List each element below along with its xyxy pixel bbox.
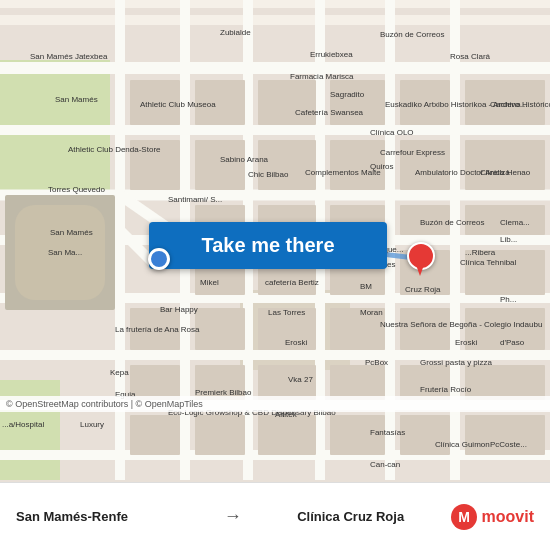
map-label-farmacia: Farmacia Marisca <box>290 72 354 82</box>
map-label-bm: BM <box>360 282 372 292</box>
map-container: ZubialdeErrukiebxeaBuzón de CorreosRosa … <box>0 0 550 480</box>
map-label-ribera: ...Ribera <box>465 248 495 258</box>
map-label-clinica-olo: Clínica OLO <box>370 128 414 138</box>
map-label-clinica-henao: Clínica Henao <box>480 168 530 178</box>
map-label-clem: Clema... <box>500 218 530 228</box>
svg-rect-53 <box>330 365 385 400</box>
map-label-torres-quevedo: Torres Quevedo <box>48 185 105 195</box>
svg-rect-55 <box>465 365 545 400</box>
map-label-clinica-tehnibal: Clínica Tehnibal <box>460 258 516 268</box>
map-label-buzon-correos-top: Buzón de Correos <box>380 30 444 40</box>
map-label-nhospital: ...a/Hospital <box>2 420 44 430</box>
map-label-fruteria-rocio: Frutería Rocío <box>420 385 471 395</box>
map-label-san-mames2: San Mamés <box>50 228 93 238</box>
map-label-ph: Ph... <box>500 295 516 305</box>
map-label-luxury: Luxury <box>80 420 104 430</box>
map-label-athletic-denda: Athletic Club Denda-Store <box>68 145 161 155</box>
svg-rect-33 <box>465 140 545 190</box>
route-arrow: → <box>224 506 242 527</box>
map-label-clinica-guimon: Clínica Guimon <box>435 440 490 450</box>
map-label-sagradito: Sagradito <box>330 90 364 100</box>
svg-rect-24 <box>258 80 316 125</box>
map-label-carrefour: Carrefour Express <box>380 148 445 158</box>
map-label-sabino-arana: Sabino Arana <box>220 155 268 165</box>
map-label-cafeteria-bertiz: cafetería Bertiz <box>265 278 319 288</box>
map-label-pcbox: PcBox <box>365 358 388 368</box>
map-label-errukiebxea: Errukiebxea <box>310 50 353 60</box>
route-from: San Mamés-Renfe <box>16 509 214 524</box>
map-label-can-can: Can-can <box>370 460 400 470</box>
moovit-logo: M moovit <box>450 503 534 531</box>
destination-marker <box>405 242 433 278</box>
map-label-san-ma: San Ma... <box>48 248 82 258</box>
svg-rect-2 <box>0 380 60 480</box>
map-label-chic-bilbao: Chic Bilbao <box>248 170 288 180</box>
svg-rect-25 <box>330 80 385 125</box>
map-label-san-mames: San Mamés <box>55 95 98 105</box>
map-label-quiros: Quiros <box>370 162 394 172</box>
svg-rect-29 <box>195 140 245 190</box>
map-attribution: © OpenStreetMap contributors | © OpenMap… <box>0 396 550 412</box>
svg-rect-45 <box>195 308 245 350</box>
map-label-cruz-roja: Cruz Roja <box>405 285 441 295</box>
svg-rect-58 <box>258 415 316 455</box>
map-label-mikel: Mikel <box>200 278 219 288</box>
map-label-lib: Lib... <box>500 235 517 245</box>
bottom-bar: San Mamés-Renfe → Clínica Cruz Roja M mo… <box>0 482 550 550</box>
svg-rect-30 <box>258 140 316 190</box>
map-label-ns-begona: Nuestra Señora de Begoña - Colegio Indau… <box>380 320 542 330</box>
map-label-cardenali: Cardena... <box>490 100 527 110</box>
svg-rect-56 <box>130 415 180 455</box>
map-label-pccoste: PcCoste... <box>490 440 527 450</box>
svg-text:M: M <box>458 509 470 525</box>
map-label-santimami: Santimami/ S... <box>168 195 222 205</box>
map-label-rosa-clara: Rosa Clará <box>450 52 490 62</box>
map-label-athletic-museoa: Athletic Club Museoa <box>140 100 216 110</box>
map-label-vka27: Vka 27 <box>288 375 313 385</box>
moovit-icon: M <box>450 503 478 531</box>
map-label-las-torres: Las Torres <box>268 308 305 318</box>
map-label-zubialde: Zubialde <box>220 28 251 38</box>
origin-marker <box>148 248 170 270</box>
take-me-there-button[interactable]: Take me there <box>149 222 387 269</box>
svg-rect-57 <box>195 415 245 455</box>
map-label-moran: Moran <box>360 308 383 318</box>
map-label-bar-happy: Bar Happy <box>160 305 198 315</box>
map-label-fruteria-ana: La frutería de Ana Rosa <box>115 325 200 335</box>
map-label-cafeteria-swansea: Cafetería Swansea <box>295 108 363 118</box>
map-label-san-mames-jatexbea: San Mamés Jatexbea <box>30 52 107 62</box>
map-label-eroski2: Eroski <box>455 338 477 348</box>
route-to: Clínica Cruz Roja <box>252 509 450 524</box>
svg-rect-54 <box>400 365 450 400</box>
svg-rect-50 <box>130 365 180 400</box>
map-label-buzon-correos2: Buzón de Correos <box>420 218 484 228</box>
map-label-kepa: Kepa <box>110 368 129 378</box>
map-label-fantasias: Fantasías <box>370 428 405 438</box>
map-label-grossi: Grossi pasta y pizza <box>420 358 492 368</box>
moovit-text: moovit <box>482 508 534 526</box>
svg-rect-4 <box>0 0 550 8</box>
map-label-eroski: Eroski <box>285 338 307 348</box>
map-label-dPaso: d'Paso <box>500 338 524 348</box>
